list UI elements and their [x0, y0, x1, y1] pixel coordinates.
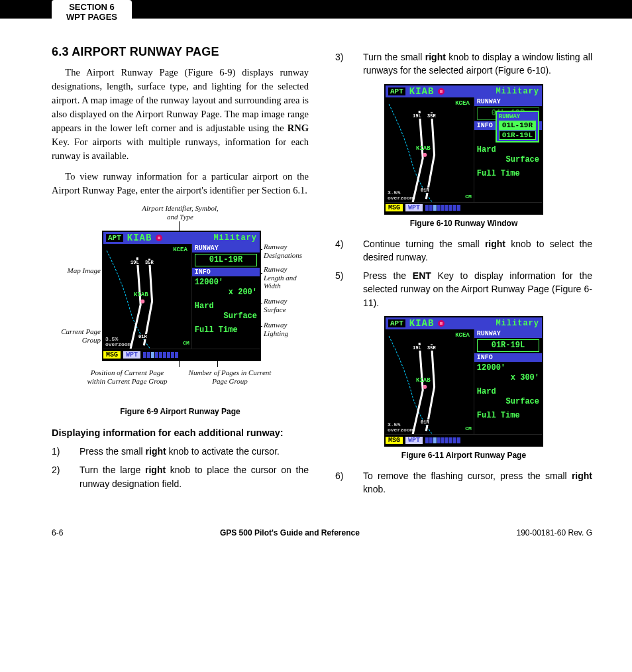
map-image: KCEA 19L 35R 01R KIAB 3.5%overzoom CM: [103, 244, 192, 349]
section-title: 6.3 AIRPORT RUNWAY PAGE: [52, 45, 309, 59]
runway-lighting: Full Time: [192, 324, 260, 338]
steps-right-c: To remove the flashing cursor, press the…: [335, 469, 592, 496]
annot-pos: Position of Current Page within Current …: [81, 368, 174, 385]
steps-right-b: Continue turning the small right knob to…: [335, 237, 592, 309]
steps-left: Press the small right knob to activate t…: [52, 445, 309, 490]
fig69-annot-grid: Airport Identifier, Symbol, and Type Map…: [61, 204, 299, 403]
gps-header: APT KIAB Military: [103, 232, 260, 244]
step-4: Continue turning the small right knob to…: [335, 237, 592, 264]
step-6: To remove the flashing cursor, press the…: [335, 469, 592, 496]
apt-label: APT: [106, 234, 123, 242]
annot-pagegroup: Current Page Group: [53, 327, 101, 344]
step-3: Turn the small right knob to display a w…: [335, 50, 592, 78]
right-column: Turn the small right knob to display a w…: [335, 45, 592, 502]
gps-footer: MSG WPT: [103, 349, 260, 360]
fig610-caption: Figure 6-10 Runway Window: [335, 219, 592, 228]
left-column: 6.3 AIRPORT RUNWAY PAGE The Airport Runw…: [52, 45, 309, 502]
step-1: Press the small right knob to activate t…: [52, 445, 309, 458]
subheading: Displaying information for each addition…: [52, 427, 309, 439]
steps-right-a: Turn the small right knob to display a w…: [335, 50, 592, 78]
svg-point-1: [423, 152, 427, 156]
page-body: 6.3 AIRPORT RUNWAY PAGE The Airport Runw…: [0, 19, 632, 515]
airport-symbol-icon: [438, 88, 445, 95]
figure-6-9: Airport Identifier, Symbol, and Type Map…: [52, 204, 309, 416]
doc-rev: 190-00181-60 Rev. G: [516, 528, 592, 537]
page-number: 6-6: [52, 528, 63, 537]
runway-length-width: 12000' x 200': [192, 276, 260, 300]
svg-point-2: [423, 385, 427, 389]
runway-designation[interactable]: 01R-19L: [477, 339, 539, 352]
gps-device-fig610: APT KIAB Military KCEA 19L: [384, 84, 543, 215]
annot-desig: Runway Designations: [264, 243, 307, 259]
apt-type: Military: [213, 233, 257, 243]
header-bar: SECTION 6 WPT PAGES: [0, 0, 632, 19]
step-5: Press the ENT Key to display information…: [335, 269, 592, 309]
fig69-caption: Figure 6-9 Airport Runway Page: [52, 407, 309, 416]
runway-surface: Hard Surface: [192, 300, 260, 324]
annot-top: Airport Identifier, Symbol, and Type: [140, 204, 220, 221]
runway-popup[interactable]: RUNWAY 01L-19R 01R-19L: [496, 111, 539, 142]
info-panel: RUNWAY 01L-19R INFO 12000' x 200' Hard S…: [192, 244, 260, 349]
annot-map: Map Image: [57, 266, 101, 275]
figure-6-10: APT KIAB Military KCEA 19L: [335, 84, 592, 228]
runway-designation[interactable]: 01L-19R: [195, 254, 257, 266]
popup-option[interactable]: 01R-19L: [499, 131, 536, 140]
doc-title: GPS 500 Pilot's Guide and Reference: [220, 528, 360, 537]
gps-device-fig611: APT KIAB Military KCEA 19L: [384, 316, 543, 447]
page-indicator: [143, 352, 178, 358]
svg-point-0: [140, 300, 144, 304]
section-tab: SECTION 6 WPT PAGES: [52, 0, 132, 27]
page-group: WPT: [123, 351, 140, 359]
annot-lw: Runway Length and Width: [264, 265, 307, 290]
popup-option[interactable]: 01L-19R: [499, 121, 536, 130]
fig611-caption: Figure 6-11 Airport Runway Page: [335, 451, 592, 460]
section-tab-line1: SECTION 6: [66, 3, 117, 13]
section-tab-line2: WPT PAGES: [66, 13, 117, 23]
airport-symbol-icon: [438, 320, 445, 327]
intro-para-2: To view runway information for a particu…: [52, 170, 309, 197]
apt-ident: KIAB: [127, 233, 152, 243]
msg-indicator: MSG: [103, 351, 121, 359]
annot-num: Number of Pages in Current Page Group: [187, 368, 273, 385]
annot-surf: Runway Surface: [264, 297, 307, 313]
step-2: Turn the large right knob to place the c…: [52, 463, 309, 490]
page-footer: 6-6 GPS 500 Pilot's Guide and Reference …: [0, 515, 632, 551]
annot-light: Runway Lighting: [264, 321, 307, 337]
figure-6-11: APT KIAB Military KCEA 19L: [335, 316, 592, 460]
intro-para-1: The Airport Runway Page (Figure 6-9) dis…: [52, 66, 309, 163]
gps-device-fig69: APT KIAB Military: [102, 231, 261, 361]
airport-symbol-icon: [156, 235, 162, 241]
